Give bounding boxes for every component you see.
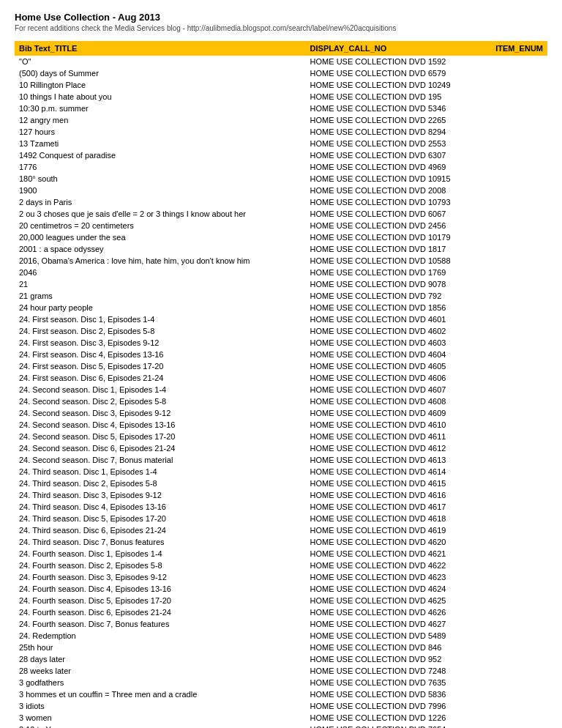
table-row: 24. First season. Disc 3, Episodes 9-12H… <box>15 337 547 349</box>
table-row: 24. Fourth season. Disc 6, Episodes 21-2… <box>15 606 547 618</box>
cell-enum <box>491 548 547 560</box>
table-row: (500) days of SummerHOME USE COLLECTION … <box>15 67 547 79</box>
cell-call: HOME USE COLLECTION DVD 4613 <box>306 454 492 466</box>
cell-call: HOME USE COLLECTION DVD 4601 <box>306 313 492 325</box>
cell-enum <box>491 384 547 395</box>
cell-call: HOME USE COLLECTION DVD 8294 <box>306 126 492 138</box>
cell-title: 3:10 to Yuma <box>15 724 306 728</box>
cell-title: 24. First season. Disc 3, Episodes 9-12 <box>15 337 306 349</box>
cell-title: 2 ou 3 choses que je sais d'elle = 2 or … <box>15 208 306 220</box>
page-header: Home Use Collection - Aug 2013 For recen… <box>15 12 547 32</box>
cell-title: 10:30 p.m. summer <box>15 103 306 114</box>
cell-title: 12 angry men <box>15 114 306 126</box>
cell-enum <box>491 149 547 161</box>
cell-title: 24. Fourth season. Disc 1, Episodes 1-4 <box>15 548 306 560</box>
cell-call: HOME USE COLLECTION DVD 4606 <box>306 372 492 384</box>
table-row: 24. Second season. Disc 5, Episodes 17-2… <box>15 431 547 442</box>
cell-title: 24. Second season. Disc 7, Bonus materia… <box>15 454 306 466</box>
cell-call: HOME USE COLLECTION DVD 9078 <box>306 278 492 290</box>
cell-title: 10 things I hate about you <box>15 91 306 103</box>
cell-call: HOME USE COLLECTION DVD 4617 <box>306 501 492 513</box>
cell-enum <box>491 290 547 302</box>
table-row: 24. Second season. Disc 7, Bonus materia… <box>15 454 547 466</box>
cell-title: 10 Rillington Place <box>15 79 306 91</box>
cell-title: 24. Third season. Disc 3, Episodes 9-12 <box>15 489 306 501</box>
table-row: 24. First season. Disc 1, Episodes 1-4HO… <box>15 313 547 325</box>
cell-call: HOME USE COLLECTION DVD 1769 <box>306 267 492 278</box>
cell-title: 24. Fourth season. Disc 5, Episodes 17-2… <box>15 595 306 606</box>
table-body: "O"HOME USE COLLECTION DVD 1592(500) day… <box>15 56 547 728</box>
cell-enum <box>491 595 547 606</box>
cell-enum <box>491 173 547 185</box>
cell-title: "O" <box>15 56 306 67</box>
cell-enum <box>491 349 547 360</box>
cell-call: HOME USE COLLECTION DVD 10915 <box>306 173 492 185</box>
cell-call: HOME USE COLLECTION DVD 6307 <box>306 149 492 161</box>
cell-call: HOME USE COLLECTION DVD 4603 <box>306 337 492 349</box>
cell-enum <box>491 208 547 220</box>
cell-enum <box>491 665 547 677</box>
table-row: 20,000 leagues under the seaHOME USE COL… <box>15 231 547 243</box>
cell-title: 3 hommes et un couffin = Three men and a… <box>15 688 306 700</box>
cell-call: HOME USE COLLECTION DVD 4626 <box>306 606 492 618</box>
cell-title: 24. Third season. Disc 1, Episodes 1-4 <box>15 466 306 478</box>
table-row: 2046HOME USE COLLECTION DVD 1769 <box>15 267 547 278</box>
cell-enum <box>491 501 547 513</box>
cell-title: 2046 <box>15 267 306 278</box>
table-row: 24. Third season. Disc 5, Episodes 17-20… <box>15 513 547 524</box>
cell-enum <box>491 220 547 231</box>
table-row: 3:10 to YumaHOME USE COLLECTION DVD 7654 <box>15 724 547 728</box>
cell-enum <box>491 700 547 712</box>
cell-enum <box>491 466 547 478</box>
cell-call: HOME USE COLLECTION DVD 4608 <box>306 395 492 407</box>
cell-title: 24. Third season. Disc 5, Episodes 17-20 <box>15 513 306 524</box>
cell-call: HOME USE COLLECTION DVD 2553 <box>306 138 492 149</box>
cell-title: 24. Third season. Disc 2, Episodes 5-8 <box>15 478 306 489</box>
cell-title: 28 days later <box>15 653 306 665</box>
cell-enum <box>491 419 547 431</box>
cell-call: HOME USE COLLECTION DVD 10588 <box>306 255 492 267</box>
cell-call: HOME USE COLLECTION DVD 792 <box>306 290 492 302</box>
cell-title: 24. Fourth season. Disc 3, Episodes 9-12 <box>15 571 306 583</box>
cell-enum <box>491 536 547 548</box>
table-row: 28 days laterHOME USE COLLECTION DVD 952 <box>15 653 547 665</box>
cell-enum <box>491 489 547 501</box>
table-row: 24. Fourth season. Disc 1, Episodes 1-4H… <box>15 548 547 560</box>
table-row: 1492 Conquest of paradiseHOME USE COLLEC… <box>15 149 547 161</box>
cell-call: HOME USE COLLECTION DVD 4605 <box>306 360 492 372</box>
table-row: 24. First season. Disc 2, Episodes 5-8HO… <box>15 325 547 337</box>
table-row: 24. Second season. Disc 2, Episodes 5-8H… <box>15 395 547 407</box>
cell-title: 3 women <box>15 712 306 724</box>
cell-call: HOME USE COLLECTION DVD 4618 <box>306 513 492 524</box>
cell-call: HOME USE COLLECTION DVD 4611 <box>306 431 492 442</box>
cell-call: HOME USE COLLECTION DVD 4612 <box>306 442 492 454</box>
col-header-enum: ITEM_ENUM <box>491 41 547 56</box>
table-row: 24. Third season. Disc 6, Episodes 21-24… <box>15 524 547 536</box>
cell-call: HOME USE COLLECTION DVD 4622 <box>306 560 492 571</box>
table-row: 24. Fourth season. Disc 5, Episodes 17-2… <box>15 595 547 606</box>
page-subtitle: For recent additions check the Media Ser… <box>15 24 547 32</box>
cell-call: HOME USE COLLECTION DVD 4621 <box>306 548 492 560</box>
cell-enum <box>491 325 547 337</box>
cell-enum <box>491 161 547 173</box>
cell-call: HOME USE COLLECTION DVD 7654 <box>306 724 492 728</box>
table-row: 21 gramsHOME USE COLLECTION DVD 792 <box>15 290 547 302</box>
cell-call: HOME USE COLLECTION DVD 1817 <box>306 243 492 255</box>
cell-title: 24. Redemption <box>15 630 306 642</box>
cell-enum <box>491 103 547 114</box>
cell-enum <box>491 653 547 665</box>
cell-call: HOME USE COLLECTION DVD 5346 <box>306 103 492 114</box>
cell-enum <box>491 712 547 724</box>
cell-call: HOME USE COLLECTION DVD 10793 <box>306 196 492 208</box>
table-row: 24. Second season. Disc 1, Episodes 1-4H… <box>15 384 547 395</box>
cell-enum <box>491 524 547 536</box>
cell-enum <box>491 67 547 79</box>
cell-call: HOME USE COLLECTION DVD 4625 <box>306 595 492 606</box>
cell-call: HOME USE COLLECTION DVD 6067 <box>306 208 492 220</box>
cell-title: 24. First season. Disc 5, Episodes 17-20 <box>15 360 306 372</box>
cell-enum <box>491 630 547 642</box>
cell-title: 24. Third season. Disc 7, Bonus features <box>15 536 306 548</box>
cell-title: 3 godfathers <box>15 677 306 688</box>
table-row: 24. Fourth season. Disc 2, Episodes 5-8H… <box>15 560 547 571</box>
cell-title: 2016, Obama's America : love him, hate h… <box>15 255 306 267</box>
